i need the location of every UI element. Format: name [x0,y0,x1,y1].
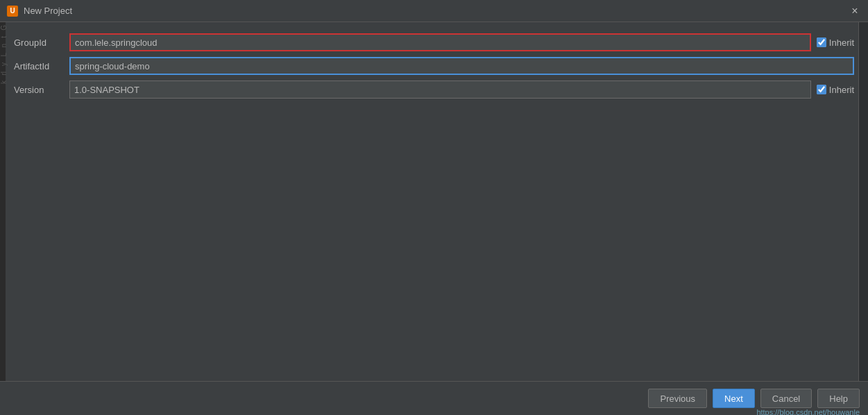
groupid-row: GroupId Inherit [14,33,854,51]
version-inherit-wrapper: Inherit [817,85,854,95]
groupid-inherit-wrapper: Inherit [817,37,854,48]
version-field-wrapper: Inherit [69,81,854,99]
version-inherit-checkbox[interactable] [817,85,826,94]
version-input[interactable] [69,81,811,99]
sidebar-text-3: n [0,41,6,51]
next-button[interactable]: Next [713,389,755,408]
sidebar-accent: G t n L y rl k [0,22,6,415]
artifactid-label: ArtifactId [14,61,69,71]
groupid-label: GroupId [14,37,69,48]
cancel-button[interactable]: Cancel [760,389,812,408]
version-inherit-label: Inherit [829,85,854,95]
title-bar: U New Project × [0,0,868,22]
artifactid-row: ArtifactId [14,57,854,75]
groupid-input[interactable] [69,33,811,51]
dialog-footer: Previous Next Cancel Help https://blog.c… [0,381,868,415]
groupid-inherit-checkbox[interactable] [817,37,826,47]
groupid-inherit-label: Inherit [829,37,854,48]
help-button[interactable]: Help [817,389,860,408]
version-label: Version [14,85,69,95]
title-bar-left: U New Project [7,6,72,17]
empty-area [14,104,854,374]
artifactid-field-wrapper [69,57,854,75]
close-button[interactable]: × [849,5,861,17]
dialog-content: GroupId Inherit ArtifactId Version [0,22,868,381]
sidebar-text-2: t [0,33,6,41]
sidebar-text-6: rl [0,69,6,78]
dialog-title: New Project [24,6,72,16]
app-icon: U [7,6,18,17]
sidebar-text-7: k [0,78,6,87]
sidebar-text-4: L [0,50,6,60]
right-sidebar [858,22,868,415]
previous-button[interactable]: Previous [648,389,707,408]
dialog-wrapper: U New Project × G t n L y rl k GroupId I… [0,0,868,415]
sidebar-text: G [0,22,6,33]
groupid-field-wrapper: Inherit [69,33,854,51]
sidebar-text-5: y [0,60,6,69]
version-row: Version Inherit [14,81,854,99]
artifactid-input[interactable] [69,57,854,75]
footer-url: https://blog.csdn.net/houwanle [756,408,860,415]
